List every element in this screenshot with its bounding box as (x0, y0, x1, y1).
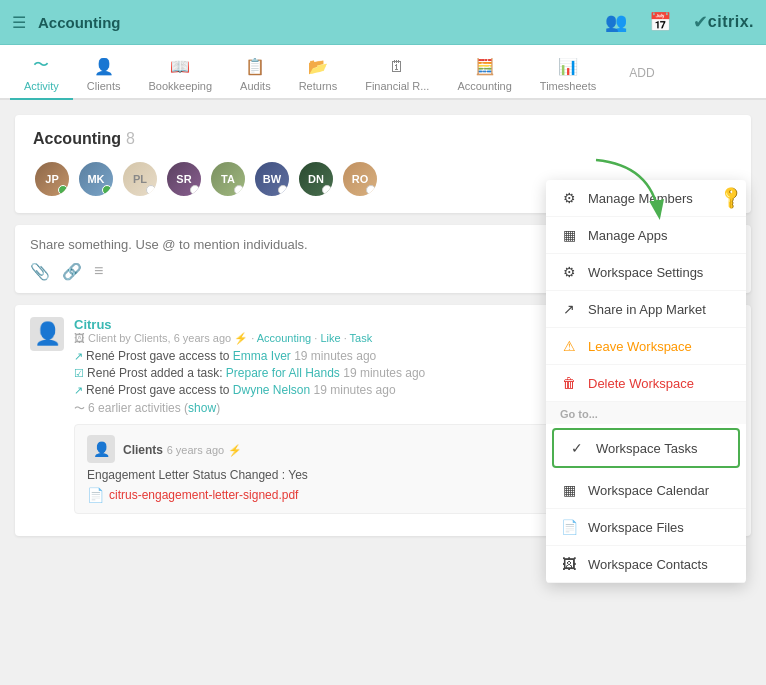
menu-workspace-files[interactable]: 📄 Workspace Files (546, 509, 746, 546)
task-icon: ☑ (74, 367, 87, 379)
tab-timesheets-label: Timesheets (540, 80, 596, 92)
workspace-files-icon: 📄 (560, 519, 578, 535)
tab-accounting[interactable]: 🧮 Accounting (443, 49, 525, 100)
menu-share-in-app-market[interactable]: ↗ Share in App Market (546, 291, 746, 328)
manage-members-icon: ⚙ (560, 190, 578, 206)
dropdown-menu: ⚙ Manage Members ▦ Manage Apps ⚙ Workspa… (546, 180, 746, 583)
workspace-contacts-icon: 🖼 (560, 556, 578, 572)
tasks-icon: ✓ (568, 440, 586, 456)
avatar-8[interactable]: RO (341, 160, 379, 198)
audits-tab-icon: 📋 (245, 57, 265, 76)
attachment-icon[interactable]: 📎 (30, 262, 50, 281)
access-icon-1: ↗ (74, 350, 86, 362)
tab-activity-label: Activity (24, 80, 59, 92)
link-emma[interactable]: Emma Iver (233, 349, 291, 363)
tab-activity[interactable]: 〜 Activity (10, 47, 73, 100)
accounting-tab-icon: 🧮 (475, 57, 495, 76)
text-icon[interactable]: ≡ (94, 262, 103, 281)
sub-time: 6 years ago (167, 444, 224, 456)
menu-workspace-tasks[interactable]: ✓ Workspace Tasks (552, 428, 740, 468)
workspace-calendar-label: Workspace Calendar (588, 483, 709, 498)
workspace-files-label: Workspace Files (588, 520, 684, 535)
manage-apps-icon: ▦ (560, 227, 578, 243)
financial-tab-icon: 🗓 (389, 58, 405, 76)
workspace-tasks-label: Workspace Tasks (596, 441, 697, 456)
tab-returns[interactable]: 📂 Returns (285, 49, 352, 100)
link-icon[interactable]: 🔗 (62, 262, 82, 281)
tab-bar: 〜 Activity 👤 Clients 📖 Bookkeeping 📋 Aud… (0, 45, 766, 100)
tab-bookkeeping[interactable]: 📖 Bookkeeping (134, 49, 226, 100)
tab-add-label: ADD (629, 66, 654, 80)
link-task[interactable]: Prepare for All Hands (226, 366, 340, 380)
top-nav: ☰ Accounting 👥 📅 ✔ citrix. (0, 0, 766, 45)
activity-tab-icon: 〜 (33, 55, 49, 76)
sub-title: Clients (123, 443, 163, 457)
menu-delete-workspace[interactable]: 🗑 Delete Workspace (546, 365, 746, 402)
workspace-title: Accounting (38, 14, 605, 31)
workspace-settings-icon: ⚙ (560, 264, 578, 280)
tab-add[interactable]: ADD (615, 58, 668, 88)
workspace-header: Accounting 8 (33, 130, 733, 148)
tab-audits[interactable]: 📋 Audits (226, 49, 285, 100)
access-icon-2: ↗ (74, 384, 86, 396)
sub-activity-meta: Clients 6 years ago ⚡ (123, 442, 242, 457)
activity-task[interactable]: Task (350, 332, 373, 344)
bookkeeping-tab-icon: 📖 (170, 57, 190, 76)
tab-financial[interactable]: 🗓 Financial R... (351, 50, 443, 100)
workspace-contacts-label: Workspace Contacts (588, 557, 708, 572)
tab-timesheets[interactable]: 📊 Timesheets (526, 49, 610, 100)
avatar-1[interactable]: JP (33, 160, 71, 198)
check-icon[interactable]: ✔ (693, 11, 708, 33)
menu-workspace-settings[interactable]: ⚙ Workspace Settings (546, 254, 746, 291)
pdf-filename: citrus-engagement-letter-signed.pdf (109, 488, 298, 502)
hamburger-menu[interactable]: ☰ (12, 13, 26, 32)
people-icon[interactable]: 👥 (605, 11, 627, 33)
tab-clients[interactable]: 👤 Clients (73, 49, 135, 100)
manage-members-label: Manage Members (588, 191, 693, 206)
activity-meta-text: Client by Clients, 6 years ago (88, 332, 234, 344)
delete-icon: 🗑 (560, 375, 578, 391)
avatar-3[interactable]: PL (121, 160, 159, 198)
menu-workspace-contacts[interactable]: 🖼 Workspace Contacts (546, 546, 746, 583)
menu-workspace-calendar[interactable]: ▦ Workspace Calendar (546, 472, 746, 509)
avatar-7[interactable]: DN (297, 160, 335, 198)
workspace-settings-label: Workspace Settings (588, 265, 703, 280)
menu-manage-members[interactable]: ⚙ Manage Members (546, 180, 746, 217)
pdf-icon: 📄 (87, 487, 104, 503)
goto-section: Go to... (546, 402, 746, 424)
tab-audits-label: Audits (240, 80, 271, 92)
nav-icons: 👥 📅 ✔ (605, 11, 708, 33)
sub-avatar: 👤 (87, 435, 115, 463)
avatar-5[interactable]: TA (209, 160, 247, 198)
menu-manage-apps[interactable]: ▦ Manage Apps (546, 217, 746, 254)
leave-icon: ⚠ (560, 338, 578, 354)
menu-leave-workspace[interactable]: ⚠ Leave Workspace (546, 328, 746, 365)
workspace-calendar-icon: ▦ (560, 482, 578, 498)
calendar-icon[interactable]: 📅 (649, 11, 671, 33)
share-label: Share in App Market (588, 302, 706, 317)
activity-category[interactable]: Accounting (257, 332, 311, 344)
link-dwyne[interactable]: Dwyne Nelson (233, 383, 310, 397)
manage-apps-label: Manage Apps (588, 228, 668, 243)
activity-pulse-icon: 〜 (74, 402, 88, 414)
share-icon: ↗ (560, 301, 578, 317)
tab-financial-label: Financial R... (365, 80, 429, 92)
tab-accounting-label: Accounting (457, 80, 511, 92)
sub-bolt-icon: ⚡ (228, 444, 242, 456)
workspace-name: Accounting (33, 130, 121, 148)
show-link[interactable]: show (188, 401, 216, 415)
main-content: Accounting 8 JP MK PL SR TA (0, 100, 766, 685)
timesheets-tab-icon: 📊 (558, 57, 578, 76)
earlier-count: 6 earlier activities (88, 401, 181, 415)
avatar-4[interactable]: SR (165, 160, 203, 198)
time-3: 19 minutes ago (314, 383, 396, 397)
activity-like[interactable]: Like (320, 332, 340, 344)
workspace-count: 8 (126, 130, 135, 148)
tab-bookkeeping-label: Bookkeeping (148, 80, 212, 92)
avatar-2[interactable]: MK (77, 160, 115, 198)
clients-tab-icon: 👤 (94, 57, 114, 76)
leave-label: Leave Workspace (588, 339, 692, 354)
avatar-6[interactable]: BW (253, 160, 291, 198)
activity-meta-icon: 🖼 (74, 332, 88, 344)
returns-tab-icon: 📂 (308, 57, 328, 76)
